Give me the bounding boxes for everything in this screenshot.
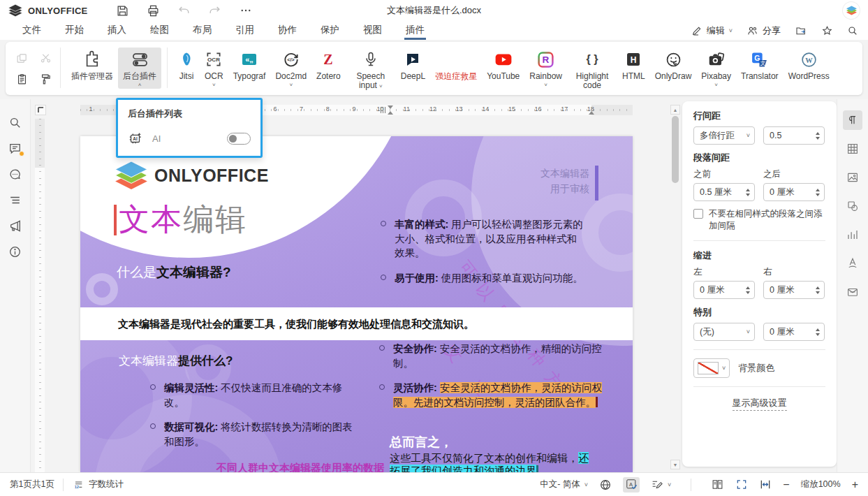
more-actions-button[interactable] [239,3,253,17]
editing-mode-button[interactable]: 编辑 ˅ [691,24,733,37]
plugin-wordpress[interactable]: W WordPress [784,48,834,82]
indent-right-spinner[interactable]: 0 厘米 [763,281,825,299]
spacing-before-spinner[interactable]: 0.5 厘米 [693,183,755,201]
zoom-out-button[interactable]: − [783,479,789,490]
special-indent-select[interactable]: (无)˅ [693,323,755,341]
plugin-rainbow[interactable]: R Rainbow ˅ [524,48,567,89]
plugin-label: Jitsi [179,72,194,81]
plugin-label: Highlight code [576,71,609,90]
plugin-manager-button[interactable]: 插件管理器 [66,48,118,82]
user-avatar[interactable] [843,2,860,19]
plugin-html[interactable]: H HTML [617,48,650,82]
spinner-arrows[interactable] [816,328,820,336]
word-count-button[interactable]: 12 字数统计 [72,479,124,490]
tab-insert[interactable]: 插入 [106,21,128,41]
plugin-jitsi[interactable]: Jitsi [173,48,200,82]
track-changes-button[interactable]: ˅ [651,479,671,490]
spinner-arrows[interactable] [746,286,750,294]
print-button[interactable] [147,3,161,17]
open-file-location-button[interactable] [795,25,807,36]
image-settings-button[interactable] [843,168,862,187]
spinner-arrows[interactable] [746,189,750,196]
table-settings-button[interactable] [843,139,862,159]
tab-protection[interactable]: 保护 [319,21,341,41]
spellcheck-button[interactable]: A [623,477,640,493]
special-indent-spinner[interactable]: 0 厘米 [763,323,825,341]
fit-page-button[interactable] [735,479,748,490]
comments-button[interactable] [8,140,23,156]
tab-stop-selector[interactable] [35,105,46,115]
undo-button[interactable] [177,3,191,17]
plugin-pixabay[interactable]: Pixabay ˅ [696,48,736,89]
page-number-indicator[interactable]: 第1页共1页 [10,479,54,490]
spinner-arrows[interactable] [816,286,820,294]
tab-file[interactable]: 文件 [21,21,43,41]
tab-view[interactable]: 视图 [362,21,383,41]
background-color-picker[interactable]: ˅ [693,358,730,378]
save-button[interactable] [116,3,130,17]
text-art-settings-button[interactable] [843,254,862,273]
plugin-qiangpozheng[interactable]: 强迫症救星 [430,48,482,82]
chat-button[interactable] [8,166,23,182]
tab-home[interactable]: 开始 [64,21,85,41]
line-spacing-select[interactable]: 多倍行距˅ [693,126,755,145]
about-button[interactable] [8,244,23,259]
plugin-deepl[interactable]: DeepL [396,48,430,82]
show-advanced-settings-link[interactable]: 显示高级设置 [733,397,787,411]
line-spacing-value-spinner[interactable]: 0.5 [763,126,825,145]
scroll-up-button[interactable]: ▲ [670,105,680,115]
tab-plugins[interactable]: 插件 [404,21,426,41]
document-language-selector[interactable]: 中文- 简体˅ [540,479,588,490]
format-painter-button[interactable] [36,70,54,88]
plugin-onlydraw[interactable]: OnlyDraw [650,48,697,82]
copy-button[interactable] [13,49,31,67]
paste-button[interactable] [13,70,31,88]
plugin-translator[interactable]: G 文 Translator [736,48,784,82]
spacing-after-spinner[interactable]: 0 厘米 [763,183,825,201]
two-pages-view-button[interactable] [711,479,724,490]
ai-plugin-row[interactable]: AI AI [128,131,251,146]
ai-toggle-switch[interactable] [227,133,251,145]
vertical-ruler[interactable] [35,119,45,472]
navigation-button[interactable] [8,192,23,207]
set-language-button[interactable] [599,479,612,491]
plugin-typograf[interactable]: «„ Typograf [228,48,271,82]
plugin-doc2md[interactable]: </> Doc2md ˅ [270,48,311,89]
mail-merge-button[interactable] [843,282,862,302]
left-indent-marker[interactable] [388,111,393,115]
plugin-ocr[interactable]: OCR OCR ˅ [200,48,228,89]
chart-settings-button[interactable] [843,225,862,245]
find-button[interactable] [8,115,23,130]
first-line-indent-marker[interactable] [388,105,393,109]
search-button[interactable] [847,25,858,36]
spinner-arrows[interactable] [816,132,820,140]
zoom-in-button[interactable]: + [852,479,858,490]
tab-draw[interactable]: 绘图 [149,21,170,41]
share-button[interactable]: 分享 [746,24,781,37]
favorite-button[interactable] [821,25,833,36]
same-style-checkbox-row[interactable]: 不要在相同样式的段落之间添加间隔 [693,208,825,232]
tab-references[interactable]: 引用 [234,21,256,41]
list-item: 丰富的样式: 用户可以轻松调整图形元素的大小、格式和位置，以及应用各种样式和效果… [381,217,584,261]
scroll-down-button[interactable]: ▼ [670,460,680,469]
redo-button[interactable] [208,3,222,17]
right-indent-marker[interactable] [589,111,594,115]
plugin-speech-input[interactable]: Speech input˅ [346,48,396,92]
indent-left-spinner[interactable]: 0 厘米 [693,281,755,299]
shape-settings-button[interactable] [843,196,862,216]
fit-width-button[interactable] [759,479,772,490]
tab-layout[interactable]: 布局 [191,21,213,41]
document-page[interactable]: 可以用这种方 文 业 ONLYOFFICE 文本编辑器 用于审核 文本 编辑 什… [80,136,633,472]
background-plugins-button[interactable]: 后台插件 ˄ [118,48,161,89]
feedback-button[interactable] [8,218,23,233]
spinner-arrows[interactable] [816,189,820,196]
plugin-highlight-code[interactable]: { } Highlight code [567,48,617,92]
column-marker-icon[interactable] [381,107,385,113]
tab-collaboration[interactable]: 协作 [277,21,298,41]
scrollbar-thumb[interactable] [672,116,679,183]
paragraph-settings-button[interactable] [843,110,862,130]
checkbox[interactable] [693,209,703,219]
cut-button[interactable] [36,49,54,67]
plugin-youtube[interactable]: YouTube [482,48,524,82]
plugin-zotero[interactable]: Z Zotero [311,48,346,82]
